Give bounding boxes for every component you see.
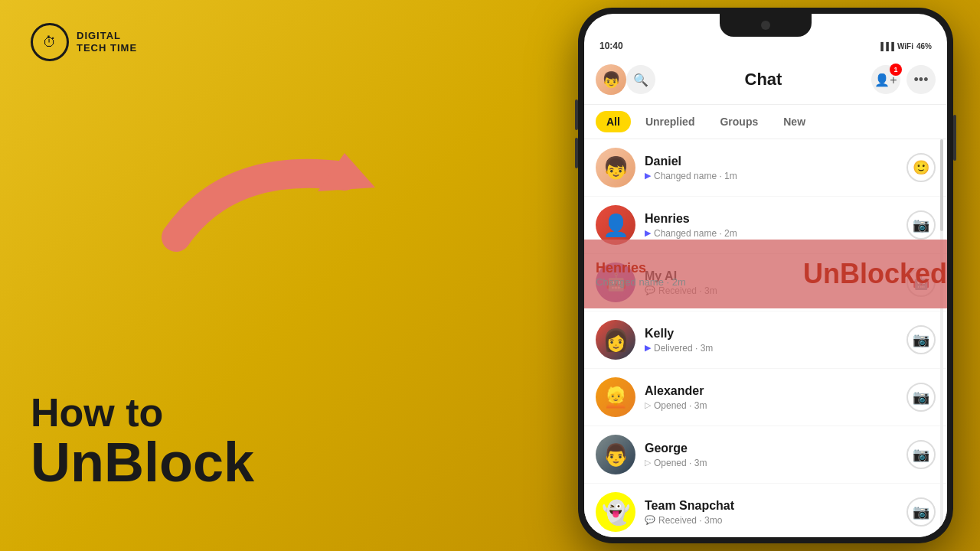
- chat-info-snapchat: Team Snapchat 💬 Received · 3mo: [645, 499, 906, 526]
- chat-item-alexander[interactable]: 👱 Alexander ▷ Opened · 3m 📷: [584, 369, 947, 426]
- opened-icon-alexander: ▷: [645, 400, 651, 410]
- left-panel: ⏱ DIGITAL TECH TIME How to UnBlock: [0, 0, 444, 551]
- vol-up-button: [575, 99, 578, 130]
- phone-notch: [720, 14, 812, 37]
- chat-name-henries: Henries: [645, 212, 906, 226]
- how-to-label: How to: [31, 391, 254, 435]
- logo-icon: ⏱: [31, 23, 69, 61]
- status-text-kelly: Delivered · 3m: [654, 343, 713, 354]
- ghost-icon: 👻: [602, 499, 630, 526]
- action-icon-henries[interactable]: 📷: [906, 210, 936, 240]
- chat-info-kelly: Kelly ▶ Delivered · 3m: [645, 327, 906, 354]
- chat-item-george[interactable]: 👨 George ▷ Opened · 3m 📷: [584, 426, 947, 484]
- main-text-area: How to UnBlock: [31, 391, 254, 490]
- status-text-alexander: Opened · 3m: [654, 400, 707, 411]
- chat-info-henries: Henries ▶ Changed name · 2m: [645, 212, 906, 239]
- action-icon-daniel[interactable]: 🙂: [906, 153, 936, 182]
- delivered-icon: ▶: [645, 171, 651, 181]
- avatar-alexander: 👱: [596, 377, 635, 417]
- chat-status-kelly: ▶ Delivered · 3m: [645, 343, 906, 354]
- unblock-label: UnBlock: [31, 435, 254, 490]
- overlay-status: Changed name · 2m: [596, 276, 795, 288]
- battery-icon: 46%: [916, 42, 932, 51]
- wifi-icon: WiFi: [897, 42, 913, 51]
- tab-new[interactable]: New: [773, 111, 816, 132]
- avatar-snapchat: 👻: [596, 492, 635, 532]
- avatar-george: 👨: [596, 435, 635, 474]
- chat-info-alexander: Alexander ▷ Opened · 3m: [645, 384, 906, 411]
- more-options-button[interactable]: •••: [906, 65, 936, 94]
- chat-header: 👦 🔍 Chat 👤+ 1 •••: [584, 55, 947, 105]
- chat-status-alexander: ▷ Opened · 3m: [645, 400, 906, 411]
- phone-screen: 10:40 ▐▐▐ WiFi 46% 👦 🔍 Chat 👤+ 1 •••: [584, 14, 947, 537]
- action-icon-snapchat[interactable]: 📷: [906, 497, 936, 527]
- tab-groups[interactable]: Groups: [709, 111, 769, 132]
- chat-name-daniel: Daniel: [645, 155, 906, 168]
- chat-list: 👦 Daniel ▶ Changed name · 1m 🙂 👤 Henri: [584, 139, 947, 537]
- chat-status-henries: ▶ Changed name · 2m: [645, 228, 906, 239]
- unblocked-overlay: 👤 Henries Changed name · 2m UnBlocked 📷: [584, 240, 947, 308]
- phone-container: 10:40 ▐▐▐ WiFi 46% 👦 🔍 Chat 👤+ 1 •••: [567, 8, 965, 543]
- chat-status-snapchat: 💬 Received · 3mo: [645, 515, 906, 526]
- status-text-snapchat: Received · 3mo: [658, 515, 722, 526]
- power-button: [953, 115, 956, 161]
- chat-item-daniel[interactable]: 👦 Daniel ▶ Changed name · 1m 🙂: [584, 139, 947, 197]
- overlay-name: Henries: [596, 260, 795, 276]
- header-actions: 👤+ 1 •••: [871, 65, 936, 94]
- user-avatar[interactable]: 👦: [596, 64, 626, 95]
- delivered-icon-2: ▶: [645, 228, 651, 238]
- chat-status-george: ▷ Opened · 3m: [645, 458, 906, 468]
- status-text-daniel: Changed name · 1m: [654, 171, 737, 181]
- vol-down-button: [575, 138, 578, 168]
- chat-status-daniel: ▶ Changed name · 1m: [645, 171, 906, 181]
- signal-icon: ▐▐▐: [878, 42, 894, 51]
- tab-unreplied[interactable]: Unreplied: [635, 111, 706, 132]
- chat-item-kelly[interactable]: 👩 Kelly ▶ Delivered · 3m 📷: [584, 311, 947, 369]
- action-icon-kelly[interactable]: 📷: [906, 325, 936, 354]
- status-text-george: Opened · 3m: [654, 458, 707, 468]
- chat-name-kelly: Kelly: [645, 327, 906, 341]
- status-time: 10:40: [599, 41, 623, 51]
- status-bar: 10:40 ▐▐▐ WiFi 46%: [584, 37, 947, 55]
- front-camera: [761, 21, 770, 30]
- tabs-bar: All Unreplied Groups New: [584, 105, 947, 139]
- logo-area: ⏱ DIGITAL TECH TIME: [31, 23, 137, 61]
- chat-info-george: George ▷ Opened · 3m: [645, 442, 906, 468]
- opened-icon-george: ▷: [645, 458, 651, 468]
- status-text-henries: Changed name · 2m: [654, 228, 737, 239]
- chat-name-snapchat: Team Snapchat: [645, 499, 906, 513]
- avatar-kelly: 👩: [596, 320, 635, 360]
- chat-info-daniel: Daniel ▶ Changed name · 1m: [645, 155, 906, 181]
- scrollbar[interactable]: [940, 139, 943, 537]
- clock-icon: ⏱: [43, 34, 57, 51]
- chat-name-george: George: [645, 442, 906, 455]
- overlay-info: Henries Changed name · 2m: [596, 260, 795, 288]
- brand-name: DIGITAL TECH TIME: [77, 30, 137, 54]
- delivered-icon-kelly: ▶: [645, 343, 651, 353]
- unblocked-label: UnBlocked: [803, 258, 947, 290]
- status-icons: ▐▐▐ WiFi 46%: [878, 42, 932, 51]
- action-icon-george[interactable]: 📷: [906, 440, 936, 469]
- tab-all[interactable]: All: [596, 111, 631, 132]
- received-icon-snapchat: 💬: [645, 515, 655, 525]
- add-friend-button[interactable]: 👤+ 1: [871, 65, 900, 94]
- scrollbar-thumb: [940, 139, 943, 231]
- arrow-graphic: [153, 115, 383, 268]
- chat-item-snapchat[interactable]: 👻 Team Snapchat 💬 Received · 3mo 📷: [584, 484, 947, 537]
- avatar-daniel: 👦: [596, 148, 635, 187]
- notification-badge: 1: [890, 64, 902, 76]
- page-title: Chat: [655, 70, 871, 90]
- phone-outer: 10:40 ▐▐▐ WiFi 46% 👦 🔍 Chat 👤+ 1 •••: [578, 8, 953, 543]
- action-icon-alexander[interactable]: 📷: [906, 383, 936, 412]
- chat-name-alexander: Alexander: [645, 384, 906, 398]
- search-button[interactable]: 🔍: [626, 65, 655, 94]
